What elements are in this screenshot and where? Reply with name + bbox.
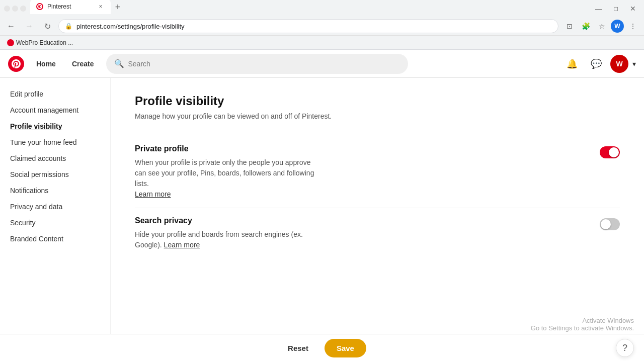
chrome-profile-avatar[interactable]: W <box>611 20 624 33</box>
sidebar-item-claimed-accounts[interactable]: Claimed accounts <box>4 150 106 166</box>
nav-create-link[interactable]: Create <box>68 57 98 71</box>
search-bar[interactable]: 🔍 Search <box>106 54 408 74</box>
save-button[interactable]: Save <box>325 339 366 357</box>
page-subtitle: Manage how your profile can be viewed on… <box>135 112 620 120</box>
search-privacy-toggle[interactable] <box>600 218 620 230</box>
main-layout: Edit profile Account management Profile … <box>0 78 644 345</box>
forward-button[interactable]: → <box>22 19 36 33</box>
window-controls <box>4 6 26 12</box>
sidebar-item-notifications[interactable]: Notifications <box>4 183 106 199</box>
back-button[interactable]: ← <box>4 19 18 33</box>
sidebar-item-profile-visibility[interactable]: Profile visibility <box>4 118 106 134</box>
url-bar[interactable]: 🔒 pinterest.com/settings/profile-visibil… <box>58 19 558 33</box>
nav-home-link[interactable]: Home <box>32 57 60 71</box>
messages-button[interactable]: 💬 <box>586 54 606 74</box>
reload-button[interactable]: ↻ <box>40 19 54 33</box>
sidebar-item-security[interactable]: Security <box>4 215 106 231</box>
more-button[interactable]: ⋮ <box>626 19 640 33</box>
sidebar-item-social-permissions[interactable]: Social permissions <box>4 166 106 183</box>
new-tab-button[interactable]: + <box>111 0 125 14</box>
sidebar-item-branded-content[interactable]: Branded Content <box>4 231 106 247</box>
browser-actions: ⊡ 🧩 ☆ W ⋮ <box>562 19 640 33</box>
search-privacy-title: Search privacy <box>135 216 592 225</box>
private-profile-learn-more[interactable]: Learn more <box>135 190 171 198</box>
minimize-button[interactable]: — <box>592 2 606 16</box>
windows-activation: Activate Windows Go to Settings to activ… <box>531 317 634 332</box>
notifications-bell-button[interactable]: 🔔 <box>562 54 582 74</box>
search-privacy-desc: Hide your profile and boards from search… <box>135 229 316 250</box>
help-button[interactable]: ? <box>616 339 634 357</box>
sidebar-item-edit-profile[interactable]: Edit profile <box>4 86 106 102</box>
content-area: Profile visibility Manage how your profi… <box>111 78 644 345</box>
tab-favicon <box>36 3 43 10</box>
bookmark-label: WebPro Education ... <box>16 39 73 46</box>
screen-cast-button[interactable]: ⊡ <box>562 19 577 33</box>
nav-icons: 🔔 💬 W ▾ <box>562 54 636 74</box>
pinterest-logo[interactable] <box>8 56 24 72</box>
search-privacy-section: Search privacy Hide your profile and boa… <box>135 208 620 258</box>
restore-button[interactable]: ◻ <box>609 2 623 16</box>
top-nav: Home Create 🔍 Search 🔔 💬 W ▾ <box>0 50 644 78</box>
extensions-button[interactable]: 🧩 <box>579 19 593 33</box>
search-privacy-text: Search privacy Hide your profile and boa… <box>135 216 592 250</box>
private-profile-text: Private profile When your profile is pri… <box>135 144 592 200</box>
tab-close-button[interactable]: × <box>97 3 105 11</box>
reset-button[interactable]: Reset <box>278 339 318 357</box>
bookmark-button[interactable]: ☆ <box>595 19 609 33</box>
sidebar-item-tune-home-feed[interactable]: Tune your home feed <box>4 134 106 150</box>
private-profile-toggle[interactable] <box>600 146 620 158</box>
bookmark-favicon <box>7 39 14 46</box>
url-text: pinterest.com/settings/profile-visibilit… <box>76 23 552 30</box>
sidebar-item-privacy-and-data[interactable]: Privacy and data <box>4 199 106 215</box>
user-menu-chevron[interactable]: ▾ <box>632 60 636 68</box>
private-profile-desc: When your profile is private only the pe… <box>135 157 316 200</box>
windows-activation-line2: Go to Settings to activate Windows. <box>531 324 634 332</box>
bottom-action-bar: Reset Save <box>0 334 644 362</box>
windows-activation-line1: Activate Windows <box>531 317 634 324</box>
search-placeholder: Search <box>128 60 150 68</box>
tab-title: Pinterest <box>47 3 93 10</box>
toggle-knob <box>609 147 619 157</box>
search-privacy-learn-more[interactable]: Learn more <box>164 241 200 249</box>
bookmark-item[interactable]: WebPro Education ... <box>4 38 76 47</box>
private-profile-title: Private profile <box>135 144 592 153</box>
user-avatar[interactable]: W <box>610 55 628 73</box>
search-privacy-toggle-knob <box>601 219 611 229</box>
search-icon: 🔍 <box>114 59 124 68</box>
close-button[interactable]: ✕ <box>626 2 640 16</box>
bookmarks-bar: WebPro Education ... <box>0 35 644 49</box>
page-title: Profile visibility <box>135 94 620 108</box>
sidebar: Edit profile Account management Profile … <box>0 78 111 345</box>
private-profile-section: Private profile When your profile is pri… <box>135 136 620 208</box>
browser-tab[interactable]: Pinterest × <box>30 0 111 14</box>
sidebar-item-account-management[interactable]: Account management <box>4 102 106 118</box>
lock-icon: 🔒 <box>65 23 72 30</box>
